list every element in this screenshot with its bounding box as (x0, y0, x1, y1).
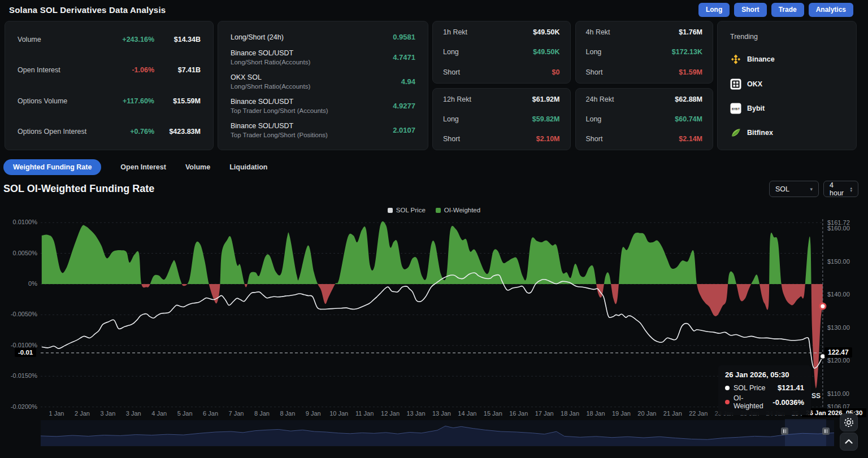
trending-item-bybit[interactable]: BYBITBybit (730, 103, 844, 114)
rekt-row: Long$60.74M (586, 115, 703, 123)
rekt-total: $62.88M (675, 95, 702, 103)
trending-item-okx[interactable]: OKX (730, 78, 844, 90)
rekt-label: Short (443, 68, 460, 76)
trending-name: Binance (747, 55, 775, 63)
chevron-down-icon: ▾ (810, 186, 813, 192)
rekt-row: Short$2.14M (586, 135, 703, 143)
trending-item-binance[interactable]: Binance (730, 54, 844, 65)
ratio-row: OKX SOLLong/Short Ratio(Accounts)4.94 (231, 73, 415, 90)
trending-name: Bitfinex (747, 129, 773, 137)
chart-tabs: Weighted Funding RateOpen InterestVolume… (3, 159, 268, 175)
ratio-row: Long/Short (24h)0.9581 (231, 33, 415, 41)
right-axis-tick: $160.00 (827, 225, 850, 232)
chart-tooltip: 26 Jan 2026, 05:30 SOL Price$121.41OI-We… (718, 365, 811, 415)
price-line (42, 273, 823, 368)
trending-title: Trending (730, 33, 844, 41)
right-axis-tick: $140.00 (827, 291, 850, 298)
tab-volume[interactable]: Volume (185, 163, 210, 171)
tooltip-label: OI-Weighted (734, 394, 769, 410)
rekt-row: Short$1.59M (586, 68, 703, 76)
ratio-subtitle: Long/Short Ratio(Accounts) (231, 59, 310, 66)
stat-value: $15.59M (154, 97, 201, 105)
stat-row: Open Interest-1.06%$7.41B (18, 66, 201, 74)
stat-row: Options Volume+117.60%$15.59M (18, 97, 201, 105)
legend-item[interactable]: OI-Weighted (436, 207, 480, 213)
navigator-selection[interactable] (785, 419, 826, 446)
scroll-top-button[interactable] (840, 433, 858, 451)
left-axis-tick: -0.0200% (0, 403, 37, 410)
rekt-row: Long$172.13K (586, 48, 703, 56)
rekt-long: $49.50K (533, 48, 559, 56)
tooltip-label: SOL Price (734, 384, 774, 392)
rekt-row: Long$59.82M (443, 115, 560, 123)
legend-item[interactable]: SOL Price (388, 207, 426, 213)
settings-gear-button[interactable] (840, 413, 858, 431)
interval-select[interactable]: 4 hour ▴▾ (823, 181, 858, 197)
bybit-logo-icon: BYBIT (730, 103, 741, 114)
symbol-select[interactable]: SOL ▾ (769, 181, 819, 197)
top-header: Solana SOL Derivatives Data Analysis Lon… (0, 0, 868, 19)
ratio-title: Binance SOL/USDT (231, 122, 328, 130)
rekt-row: 24h Rekt$62.88M (586, 95, 703, 103)
stat-label: Open Interest (18, 66, 132, 74)
navigator-right-handle[interactable] (822, 428, 830, 435)
stat-value: $423.83M (154, 128, 201, 136)
rekt-row: Short$0 (443, 68, 560, 76)
stat-change: +117.60% (123, 97, 154, 105)
navigator-area (41, 426, 834, 446)
legend-swatch-icon (436, 208, 441, 213)
ratio-title: OKX SOL (231, 73, 310, 81)
rekt-label: 12h Rekt (443, 95, 471, 103)
crosshair-funding-marker (820, 303, 826, 309)
ratio-subtitle: Top Trader Long/Short (Positions) (231, 132, 328, 138)
rekt-grid: 1h Rekt$49.50KLong$49.50KShort$04h Rekt$… (432, 21, 713, 150)
rekt-card: 1h Rekt$49.50KLong$49.50KShort$0 (432, 21, 571, 84)
ratio-row: Binance SOL/USDTTop Trader Long/Short (P… (231, 122, 415, 138)
ratio-labels: Long/Short (24h) (231, 33, 284, 41)
ratio-row: Binance SOL/USDTTop Trader Long/Short (A… (231, 98, 415, 114)
rekt-short: $0 (552, 68, 560, 76)
right-axis-tick: $110.00 (827, 390, 849, 397)
navigator-left-handle[interactable] (781, 428, 788, 435)
rekt-long: $60.74M (675, 115, 702, 123)
tooltip-value: $121.41 (778, 383, 804, 392)
rekt-long: $59.82M (532, 115, 560, 123)
ratio-value: 4.7471 (393, 53, 415, 62)
rekt-row: 1h Rekt$49.50K (443, 28, 560, 36)
stat-change: -1.06% (132, 66, 154, 74)
svg-text:BYBIT: BYBIT (732, 107, 740, 110)
header-button-trade[interactable]: Trade (771, 3, 804, 17)
ratio-title: Binance SOL/USDT (231, 98, 328, 106)
tooltip-value: -0.0036% (772, 398, 804, 407)
stat-value: $7.41B (154, 66, 201, 74)
binance-logo-icon (730, 54, 741, 65)
tab-open-interest[interactable]: Open Interest (120, 163, 166, 171)
rekt-card: 24h Rekt$62.88MLong$60.74MShort$2.14M (575, 88, 714, 151)
tooltip-marker-dot (725, 400, 730, 404)
chart-legend: SOL PriceOI-Weighted (0, 207, 868, 213)
trending-name: OKX (747, 80, 762, 88)
trending-item-bitfinex[interactable]: Bitfinex (730, 127, 844, 138)
trending-name: Bybit (747, 104, 765, 112)
ratio-labels: OKX SOLLong/Short Ratio(Accounts) (231, 73, 310, 90)
left-axis-tick: -0.0100% (0, 342, 37, 348)
ratio-value: 0.9581 (393, 33, 415, 41)
tab-weighted-funding-rate[interactable]: Weighted Funding Rate (3, 159, 101, 175)
header-button-short[interactable]: Short (734, 3, 766, 17)
left-axis-tick: 0% (0, 280, 37, 287)
funding-area-negative (42, 221, 823, 389)
rekt-long: $172.13K (672, 48, 702, 56)
ratio-title: Long/Short (24h) (231, 33, 284, 41)
rekt-label: Short (586, 68, 603, 76)
header-button-long[interactable]: Long (698, 3, 730, 17)
header-button-analytics[interactable]: Analytics (809, 3, 853, 17)
right-axis-tick: $150.00 (827, 258, 850, 265)
rekt-card: 12h Rekt$61.92MLong$59.82MShort$2.10M (432, 88, 571, 151)
ratio-title: Binance SOL/USDT (231, 49, 310, 57)
trending-card: Trending BinanceOKXBYBITBybitBitfinex (717, 21, 857, 150)
stats-row: Volume+243.16%$14.34BOpen Interest-1.06%… (5, 21, 857, 150)
tooltip-timestamp: 26 Jan 2026, 05:30 (725, 370, 804, 379)
tab-liquidation[interactable]: Liquidation (229, 163, 267, 171)
rekt-total: $1.76M (679, 28, 702, 36)
rekt-label: 24h Rekt (586, 95, 614, 103)
